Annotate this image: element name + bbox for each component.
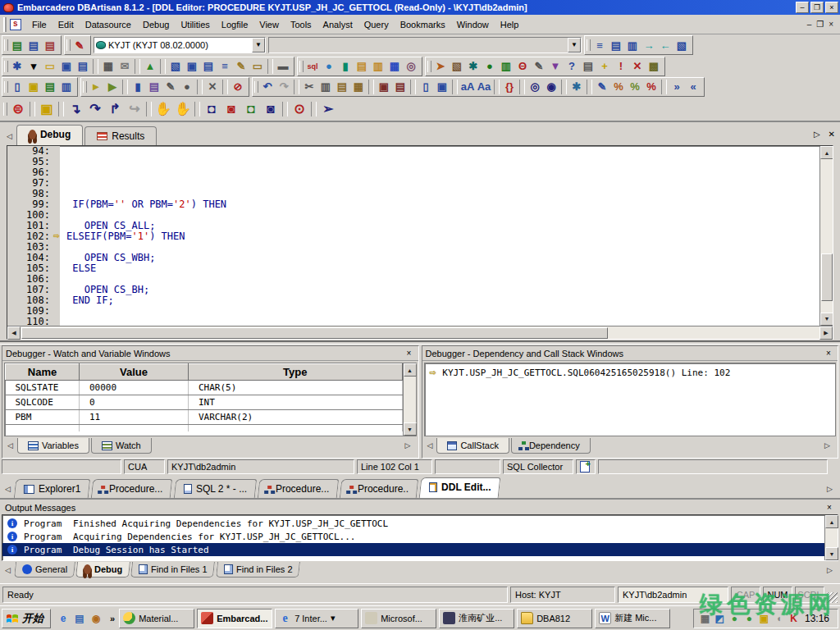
window-tab-sql-2[interactable]: SQL 2 * - ... [173,479,257,498]
check-syntax-icon[interactable]: ▤ [42,79,58,95]
open-icon[interactable]: ▭ [42,58,58,75]
security-lock-icon[interactable]: ▣ [758,612,770,624]
match-brace-icon[interactable]: {} [501,79,518,95]
new-icon[interactable]: ✱ [9,58,25,75]
comment-icon[interactable]: ▯ [418,79,434,95]
menu-debug[interactable]: Debug [137,16,175,33]
code-line[interactable]: 109: [7,306,819,317]
watch-panel-close-icon[interactable]: × [404,349,415,358]
print-icon[interactable]: ▦ [100,58,116,75]
session-info-icon[interactable]: ▤ [354,58,370,75]
variables-table[interactable]: NameValueType SQLSTATE00000CHAR(5)SQLCOD… [5,363,403,431]
column-header-value[interactable]: Value [80,364,189,381]
debugger-icon[interactable]: ⊜ [8,99,28,119]
mdi-document-icon[interactable] [10,19,21,30]
volume-icon[interactable]: ◖ [773,612,785,624]
step-over-icon[interactable]: ↷ [85,99,105,119]
ie-quicklaunch-icon[interactable]: e [57,612,70,625]
output-close-icon[interactable]: × [824,503,835,512]
timer-icon[interactable]: ⊙ [290,99,309,119]
editor-close-icon[interactable]: ✕ [829,130,835,139]
menu-query[interactable]: Query [358,16,395,33]
back-pane-icon[interactable]: ← [657,37,673,53]
find-object-icon[interactable]: ◎ [403,58,419,75]
menu-tools[interactable]: Tools [285,16,317,33]
media-player-icon[interactable]: ◉ [89,612,103,625]
editor-vertical-scrollbar[interactable]: ▲ ▼ [819,146,833,326]
copy-web-icon[interactable]: ▥ [498,58,514,75]
alert-icon[interactable]: ! [613,58,629,75]
code-line[interactable]: 108: END IF; [7,295,819,306]
report-icon[interactable]: ▤ [580,58,596,75]
window-tab-procedure[interactable]: Procedure.. [340,479,418,498]
paste-special-icon[interactable]: ▦ [350,79,367,95]
code-line[interactable]: 107: OPEN CS_BH; [7,285,819,295]
shrink-ratio-icon[interactable]: % [627,79,643,95]
output-tabs-left-icon[interactable]: ◁ [3,562,15,579]
menu-datasource[interactable]: Datasource [80,16,137,33]
step-execute-icon[interactable]: ▶ [104,79,121,95]
filter-datasource-icon[interactable]: ✎ [71,37,88,53]
tab-variables[interactable]: Variables [17,438,89,454]
database-combo[interactable]: ▼ [268,37,582,53]
input-method-icon[interactable]: ▦ [699,612,711,624]
insert-breakpoint-icon[interactable]: ◘ [202,99,221,119]
indent-icon[interactable]: » [669,79,685,95]
output-tabs-right-icon[interactable]: ▷ [825,562,837,579]
macro-play-icon[interactable]: ▤ [392,79,409,95]
output-message[interactable]: iProgramDebug Session has Started [2,543,824,556]
tab-dependency[interactable]: Dependency [511,438,591,454]
close-button[interactable]: × [825,2,838,13]
toggle-bookmark-icon[interactable]: ✱ [568,79,585,95]
sql-collector-icon[interactable] [580,461,590,472]
dba-views-icon[interactable]: ● [321,58,337,75]
code-line[interactable]: 104: OPEN CS_WBH; [7,253,819,263]
performance-monitor-icon[interactable]: ▦ [386,58,403,75]
redo-icon[interactable]: ↷ [276,79,292,95]
tab-watch[interactable]: Watch [91,438,152,454]
paste-icon[interactable]: ▤ [334,79,350,95]
window-tab-procedure[interactable]: Procedure... [258,479,340,498]
script-window-icon[interactable]: ▣ [184,58,200,75]
output-titlebar[interactable]: Output Messages × [2,500,838,514]
tab-results[interactable]: Results [84,126,157,145]
save-icon[interactable]: ▣ [58,58,75,75]
lock-editor-icon[interactable]: ▣ [37,99,57,119]
cascade-windows-icon[interactable]: ▧ [673,37,690,53]
table-row[interactable]: SQLSTATE00000CHAR(5) [6,381,403,395]
green-agent-icon[interactable]: ● [728,612,741,624]
details-pane-icon[interactable]: ▤ [608,37,624,53]
step-into-icon[interactable]: ↴ [66,99,85,119]
undo-icon[interactable]: ↶ [259,79,276,95]
callstack-list[interactable]: ⇨ KYJT.USP_JH_JC_GETTOCL.SQL060425165025… [424,363,837,436]
display-settings-icon[interactable]: ◩ [714,612,726,624]
capture-icon[interactable]: ▧ [449,58,465,75]
expand-ratio-icon[interactable]: % [610,79,627,95]
customize-tools-icon[interactable]: ✕ [629,58,646,75]
minimize-button[interactable]: – [796,2,809,13]
clear-ratio-icon[interactable]: % [643,79,660,95]
execute-file-icon[interactable]: ▥ [58,79,75,95]
variables-scroll-down-icon[interactable]: ▼ [404,422,417,436]
help-icon[interactable]: ? [564,58,580,75]
forward-pane-icon[interactable]: → [641,37,657,53]
copy-icon[interactable]: ▥ [317,79,334,95]
report-window-icon[interactable]: ≡ [217,58,233,75]
pause-icon[interactable]: ✋ [153,99,173,119]
output-message[interactable]: iProgramAcquiring Dependencies for KYJT.… [2,530,824,543]
find-next-icon[interactable]: ◉ [543,79,559,95]
code-line[interactable]: 96: [7,167,819,178]
code-line[interactable]: 105: ELSE [7,263,819,274]
add-database-icon[interactable]: + [596,58,613,75]
mail-icon[interactable]: ✉ [116,58,133,75]
column-header-name[interactable]: Name [6,364,80,381]
show-desktop-icon[interactable]: ▤ [73,612,86,625]
resize-grip[interactable] [827,592,838,603]
taskbar-button-ie[interactable]: e7 Inter...▾ [275,609,358,628]
uppercase-icon[interactable]: aA [459,79,476,95]
horizontal-splitter[interactable] [0,340,840,345]
mdi-restore-button[interactable]: ❐ [816,20,824,29]
mdi-minimize-button[interactable]: – [807,20,812,29]
scroll-right-icon[interactable]: ▶ [819,326,833,340]
menu-edit[interactable]: Edit [52,16,80,33]
